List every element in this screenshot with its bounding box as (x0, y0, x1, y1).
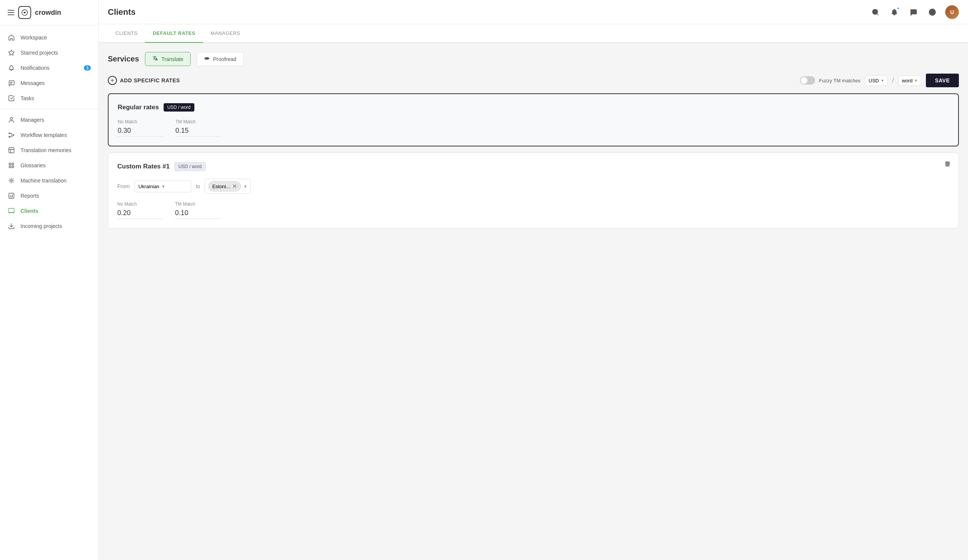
translate-button-label: Translate (161, 56, 183, 62)
sidebar-item-managers[interactable]: Managers (0, 112, 98, 127)
machine-icon (8, 177, 15, 184)
sidebar-item-translation[interactable]: Translation memories (0, 143, 98, 158)
sidebar-item-reports[interactable]: Reports (0, 188, 98, 203)
sidebar-nav: Workspace Starred projects Notifications… (0, 25, 98, 560)
to-language-chevron: ▼ (243, 184, 247, 188)
sidebar-item-workflow-label: Workflow templates (20, 132, 91, 138)
to-language-wrap: Estoni... ✕ ▼ (205, 179, 250, 194)
sidebar-item-managers-label: Managers (20, 117, 91, 123)
sidebar-item-machine[interactable]: Machine translation (0, 173, 98, 188)
tab-managers[interactable]: MANAGERS (203, 24, 248, 43)
svg-point-5 (11, 180, 13, 182)
sidebar-item-messages[interactable]: Messages (0, 76, 98, 91)
hamburger-button[interactable] (8, 10, 15, 15)
svg-rect-7 (9, 208, 15, 213)
no-match-input[interactable] (118, 127, 163, 137)
services-title: Services (108, 55, 139, 63)
from-language-select[interactable]: Ukrainian ▼ (134, 181, 191, 192)
sidebar-item-starred-label: Starred projects (20, 50, 91, 56)
proofread-button[interactable]: Proofread (197, 52, 243, 66)
sidebar-item-clients-label: Clients (20, 208, 91, 214)
language-row: From Ukrainian ▼ to Estoni... ✕ ▼ (117, 179, 950, 194)
sidebar-item-workflow[interactable]: Workflow templates (0, 127, 98, 143)
svg-point-3 (13, 135, 14, 136)
workflow-icon (8, 131, 15, 139)
delete-custom-rates-button[interactable] (944, 160, 951, 169)
header-icons: U (869, 5, 959, 19)
tabs-bar: CLIENTS DEFAULT RATES MANAGERS (99, 24, 968, 43)
sidebar-item-incoming-label: Incoming projects (20, 223, 91, 229)
reports-icon (8, 192, 15, 200)
remove-language-button[interactable]: ✕ (232, 183, 237, 189)
bell-icon (8, 64, 15, 72)
unit-value: word (902, 78, 913, 83)
tab-clients[interactable]: CLIENTS (108, 24, 145, 43)
from-language-chevron: ▼ (162, 184, 166, 188)
notifications-badge: 3 (84, 65, 91, 71)
star-icon (8, 49, 15, 56)
incoming-icon (8, 222, 15, 230)
notification-dot (897, 7, 900, 10)
custom-no-match-input[interactable] (117, 209, 163, 219)
sidebar-item-notifications[interactable]: Notifications 3 (0, 60, 98, 76)
custom-tm-match-field: TM Match (175, 202, 220, 219)
sidebar-item-reports-label: Reports (20, 193, 91, 199)
custom-rates-fields: No Match TM Match (117, 202, 950, 219)
tasks-icon (8, 94, 15, 102)
add-specific-rates-button[interactable]: + ADD SPECIFIC RATES (108, 76, 180, 85)
sidebar-item-translation-label: Translation memories (20, 147, 91, 153)
currency-value: USD (869, 78, 879, 83)
custom-rates-card-1: Custom Rates #1 USD / word From Ukrainia… (108, 152, 959, 228)
sidebar-item-incoming[interactable]: Incoming projects (0, 218, 98, 234)
search-button[interactable] (869, 6, 882, 18)
save-button[interactable]: SAVE (926, 74, 959, 87)
top-header: Clients U (99, 0, 968, 24)
tm-match-label: TM Match (176, 119, 221, 124)
custom-rates-title: Custom Rates #1 (117, 163, 170, 170)
managers-icon (8, 116, 15, 124)
sidebar-item-workspace[interactable]: Workspace (0, 30, 98, 45)
avatar-image: U (945, 5, 959, 19)
translate-button[interactable]: Translate (145, 52, 191, 66)
tab-default-rates[interactable]: DEFAULT RATES (145, 24, 203, 43)
content-area: Services Translate Proofread + (99, 43, 968, 560)
sidebar-item-tasks-label: Tasks (20, 95, 91, 101)
sidebar-item-machine-label: Machine translation (20, 178, 91, 183)
sidebar-item-tasks[interactable]: Tasks (0, 91, 98, 106)
sidebar-header: crowdin (0, 0, 98, 25)
notifications-button[interactable] (888, 6, 900, 18)
custom-rates-badge: USD / word (174, 162, 206, 171)
sidebar-item-glossaries[interactable]: Glossaries (0, 158, 98, 173)
tm-match-input[interactable] (176, 127, 221, 137)
tm-match-field: TM Match (176, 119, 221, 137)
sidebar-item-clients[interactable]: Clients (0, 203, 98, 218)
messages-icon (8, 79, 15, 87)
fuzzy-label: Fuzzy TM matches (819, 78, 860, 83)
avatar[interactable]: U (945, 5, 959, 19)
translate-icon (152, 55, 158, 63)
logo-text: crowdin (35, 9, 61, 17)
sidebar-item-starred[interactable]: Starred projects (0, 45, 98, 60)
svg-rect-4 (9, 148, 14, 153)
custom-rates-header: Custom Rates #1 USD / word (117, 162, 950, 171)
custom-no-match-label: No Match (117, 202, 163, 207)
custom-tm-match-input[interactable] (175, 209, 220, 219)
no-match-label: No Match (118, 119, 163, 124)
glossaries-icon (8, 162, 15, 169)
add-rates-label: ADD SPECIFIC RATES (120, 78, 180, 83)
to-label: to (196, 183, 201, 189)
sidebar: crowdin Workspace Starred projects Notif… (0, 0, 99, 560)
svg-point-11 (207, 57, 209, 59)
sidebar-item-messages-label: Messages (20, 80, 91, 86)
unit-select[interactable]: word ▼ (898, 76, 921, 86)
no-match-field: No Match (118, 119, 163, 137)
to-language-value: Estoni... (212, 183, 230, 189)
help-button[interactable] (926, 6, 938, 18)
inner-content: Services Translate Proofread + (99, 43, 968, 244)
messages-button[interactable] (907, 6, 920, 18)
proofread-icon (204, 55, 210, 63)
currency-select[interactable]: USD ▼ (865, 76, 887, 86)
regular-rates-title: Regular rates (118, 104, 159, 111)
fuzzy-toggle[interactable] (800, 76, 815, 84)
page-title: Clients (108, 7, 863, 17)
